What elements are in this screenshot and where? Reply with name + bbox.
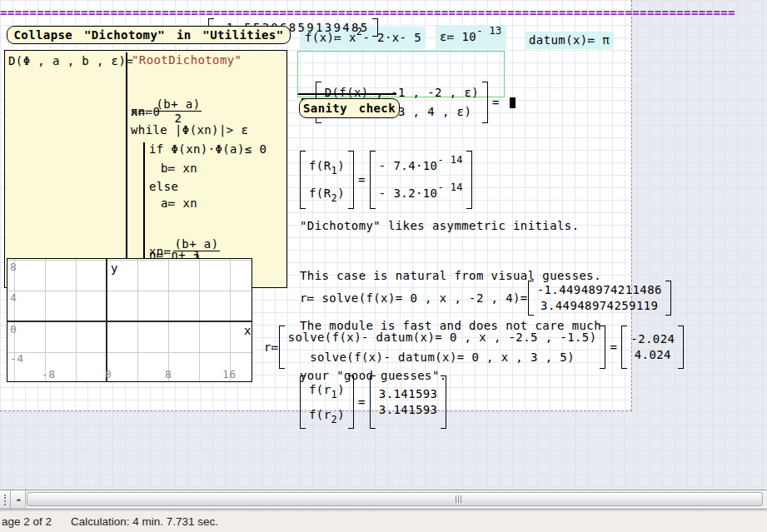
y-tick: 4 <box>10 291 17 304</box>
fr-matrix: f(r1) f(r2) <box>309 375 345 429</box>
bracket-left <box>621 326 627 369</box>
matrix-row: -1.44948974211486 <box>537 282 662 298</box>
equals-sign: = <box>358 395 366 410</box>
solve2-values: -2.024 4.024 <box>630 330 675 365</box>
arrow-left-icon: ◄ <box>16 495 20 504</box>
x-axis-label: x <box>244 324 251 337</box>
matrix-row: f(r1) <box>309 377 345 402</box>
epsilon-definition[interactable]: ε≔ 10- 13 <box>436 25 506 49</box>
y-tick: -4 <box>10 352 24 365</box>
program-bar-while <box>143 142 145 264</box>
bracket-right <box>441 375 446 429</box>
bracket-left <box>370 375 376 429</box>
matrix-row: f(r2) <box>309 402 345 427</box>
program-else-kw[interactable]: else <box>149 180 178 193</box>
scroll-left-button[interactable]: ◄ <box>11 490 26 509</box>
x-tick: 8 <box>165 368 172 380</box>
matrix-row: solve(f(x)- datum(x)= 0 , x , -2.5 , -1.… <box>288 327 597 347</box>
collapse-region-button[interactable]: Collapse "Dichotomy" in "Utilities" <box>7 26 291 44</box>
program-n-init[interactable]: n≔ 0 <box>131 105 160 118</box>
equals-sign: = <box>492 96 500 110</box>
program-then[interactable]: b≔ xn <box>161 162 197 175</box>
matrix-row: -2.024 <box>630 331 675 347</box>
program-else-body[interactable]: a≔ xn <box>161 196 197 210</box>
matrix-row: 4.024 <box>635 347 671 363</box>
datum-definition[interactable]: datum(x)≔ π <box>525 32 614 49</box>
matrix-row: - 7.4·10- 14 <box>379 152 463 180</box>
separator-line[interactable]: ========================================… <box>0 6 735 20</box>
pane-splitter-handle[interactable] <box>0 490 11 509</box>
datum-body: datum(x)≔ π <box>529 33 610 47</box>
y-axis-label: y <box>111 261 117 275</box>
program-bar-main <box>126 52 127 286</box>
x-tick: -8 <box>42 368 56 380</box>
fr-values-matrix: 3.141593 3.141593 <box>379 385 438 420</box>
matrix-row: f(R1) <box>309 152 345 180</box>
selection-underline <box>298 93 396 95</box>
bracket-left <box>300 375 306 429</box>
edit-cursor <box>510 97 515 108</box>
y-tick: 8 <box>10 261 17 273</box>
calculation-time: Calculation: 4 min. 7.731 sec. <box>71 515 218 528</box>
note-line: "Dichotomy" likes asymmetric initials. <box>300 217 601 234</box>
bracket-right <box>372 18 378 37</box>
bracket-right <box>678 326 684 369</box>
matrix-row: 3.141593 <box>379 386 438 402</box>
smath-window: -1.55306859139485 ======================… <box>0 0 767 532</box>
thumb-grip-icon <box>456 495 461 503</box>
program-while[interactable]: while |Φ(xn)|> ε <box>131 123 248 137</box>
program-if[interactable]: if Φ(xn)·Φ(a)≤ 0 <box>149 142 266 156</box>
x-tick: 0 <box>105 368 112 380</box>
sanity-check-button[interactable]: Sanity check <box>299 98 400 118</box>
scrollbar-thumb[interactable] <box>27 492 763 506</box>
splitter-grip-icon <box>4 495 6 505</box>
r-label: r≔ <box>264 341 279 355</box>
equals-sign: = <box>610 341 617 355</box>
horizontal-scrollbar[interactable]: ◄ <box>0 490 767 510</box>
eps-body: ε≔ 10 <box>440 30 476 44</box>
x-tick: 16 <box>222 368 237 380</box>
program-head[interactable]: D(Φ , a , b , ε)≔ <box>8 54 133 67</box>
page-indicator: age 2 of 2 <box>2 515 52 528</box>
bracket-right <box>482 82 488 123</box>
bracket-right <box>600 326 605 369</box>
eps-exponent: - 13 <box>476 24 502 38</box>
bracket-right <box>348 375 354 429</box>
bracket-left <box>279 326 285 369</box>
status-bar: age 2 of 2 Calculation: 4 min. 7.731 sec… <box>0 510 767 532</box>
plot-2d[interactable]: 8 4 0 -4 -8 0 8 16 y x <box>7 258 252 382</box>
fraction: (b+ a)2 <box>155 97 202 125</box>
matrix-row: 3.141593 <box>379 402 438 418</box>
plot-x-axis <box>7 321 252 322</box>
fr-check-result[interactable]: f(r1) f(r2) = 3.141593 3.141593 <box>300 347 446 457</box>
y-tick: 0 <box>10 323 17 336</box>
